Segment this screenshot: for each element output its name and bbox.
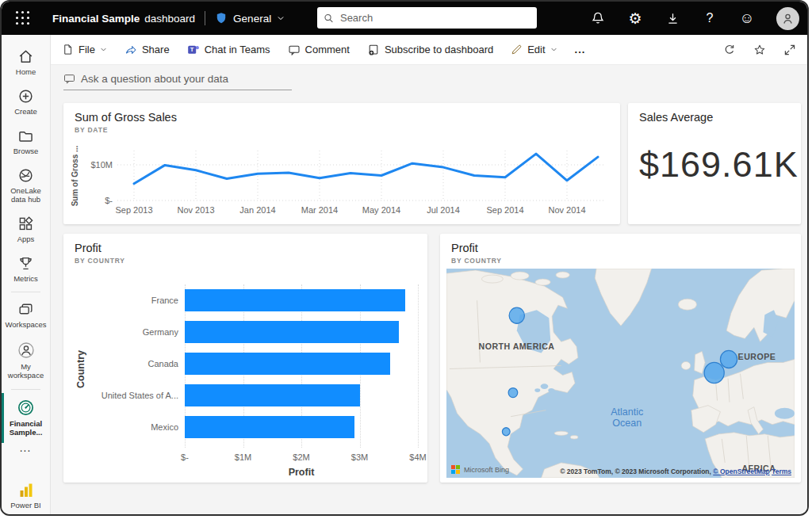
- chevron-down-icon: [277, 14, 285, 22]
- help-icon[interactable]: ?: [702, 10, 718, 26]
- sidebar-item-create[interactable]: Create: [2, 82, 50, 122]
- onelake-icon: [17, 167, 34, 184]
- comment-icon: [288, 44, 301, 56]
- edit-pencil-icon: [511, 44, 523, 55]
- ask-question-input[interactable]: Ask a question about your data: [63, 73, 292, 90]
- chat-in-teams-button[interactable]: T Chat in Teams: [187, 44, 270, 56]
- svg-text:Atlantic: Atlantic: [611, 405, 644, 417]
- file-icon: [62, 44, 74, 55]
- sidebar-item-home[interactable]: Home: [2, 43, 50, 82]
- bar-row: Germany: [63, 321, 427, 343]
- tile-gross-sales-line-chart[interactable]: Sum of Gross Sales BY DATE Sep 2013Nov 2…: [63, 103, 620, 224]
- sensitivity-label-selector[interactable]: General: [215, 11, 285, 25]
- comment-button[interactable]: Comment: [288, 44, 350, 56]
- bar-Germany[interactable]: [185, 321, 399, 343]
- powerbi-logo-icon: [18, 483, 34, 498]
- tile-subtitle: BY DATE: [75, 126, 609, 134]
- edit-button[interactable]: Edit: [511, 44, 557, 55]
- bar-Mexico[interactable]: [185, 416, 354, 438]
- bar-Canada[interactable]: [185, 353, 390, 375]
- bar-xaxis-tick: $3M: [351, 452, 368, 462]
- svg-text:Mar 2014: Mar 2014: [301, 205, 338, 215]
- settings-gear-icon[interactable]: ⚙: [627, 10, 643, 26]
- terms-link[interactable]: Terms: [772, 467, 791, 475]
- svg-text:Jan 2014: Jan 2014: [239, 205, 275, 215]
- notifications-bell-icon[interactable]: [590, 10, 606, 26]
- bar-xaxis-title: Profit: [262, 467, 341, 478]
- feedback-smiley-icon[interactable]: ☺: [739, 10, 755, 26]
- sidebar-item-workspaces[interactable]: Workspaces: [2, 296, 50, 335]
- svg-text:Nov 2013: Nov 2013: [177, 205, 214, 215]
- sidebar-overflow-icon[interactable]: ...: [2, 443, 50, 455]
- map-bubble-Germany[interactable]: Germany: [720, 350, 737, 368]
- teams-icon: T: [187, 44, 200, 56]
- account-avatar[interactable]: [776, 7, 799, 30]
- sidebar-divider: [11, 389, 40, 390]
- share-icon: [124, 44, 137, 56]
- tile-title: Sales Average: [639, 111, 790, 124]
- sidebar-item-onelake-data-hub[interactable]: OneLake data hub: [2, 162, 50, 210]
- sidebar-item-my-workspace[interactable]: My workspace: [2, 335, 50, 386]
- bar-row: Canada: [63, 353, 427, 375]
- refresh-icon[interactable]: [723, 44, 736, 56]
- bar-category-label: France: [63, 296, 178, 305]
- map-bubble-United States[interactable]: United States: [508, 388, 518, 398]
- bar-xaxis-tick: $2M: [293, 452, 309, 462]
- search-input[interactable]: [339, 11, 530, 25]
- search-icon: [324, 13, 334, 24]
- bar-United States of A...[interactable]: [185, 384, 360, 406]
- map-canvas: NORTH AMERICAEUROPEAFRICAAtlanticOceanCa…: [446, 269, 795, 478]
- sidebar-divider: [11, 292, 40, 292]
- svg-text:EUROPE: EUROPE: [738, 352, 776, 361]
- subscribe-icon: [367, 44, 380, 56]
- favorite-star-icon[interactable]: [753, 44, 766, 56]
- bar-row: United States of A...: [63, 384, 427, 406]
- chevron-down-icon: [100, 46, 107, 53]
- tile-profit-bar-chart[interactable]: Profit BY COUNTRY Profit Country $-$1M$2…: [63, 234, 427, 483]
- sidebar-item-browse[interactable]: Browse: [2, 122, 50, 162]
- app-launcher-icon[interactable]: [16, 11, 30, 25]
- global-search[interactable]: [317, 7, 537, 29]
- svg-text:NORTH AMERICA: NORTH AMERICA: [479, 342, 555, 351]
- speech-bubble-icon: [63, 73, 75, 85]
- tile-title: Sum of Gross Sales: [75, 111, 609, 124]
- tile-sales-average-card[interactable]: Sales Average $169.61K: [628, 103, 801, 224]
- fullscreen-expand-icon[interactable]: [783, 44, 796, 56]
- dashboard-title-name: Financial Sample: [52, 13, 140, 25]
- share-button[interactable]: Share: [124, 44, 170, 56]
- bar-row: France: [63, 289, 427, 311]
- sidebar-item-financial-sample[interactable]: Financial Sample...: [2, 393, 50, 443]
- microsoft-logo-icon: [451, 465, 460, 474]
- sensitivity-label-text: General: [233, 13, 271, 25]
- openstreetmap-link[interactable]: © OpenStreetMap: [713, 467, 769, 475]
- svg-text:Sum of Gross ...: Sum of Gross ...: [71, 145, 79, 206]
- my-workspace-icon: [17, 341, 36, 360]
- subscribe-button[interactable]: Subscribe to dashboard: [367, 44, 493, 56]
- bar-xaxis-tick: $-: [181, 452, 189, 462]
- person-icon: [781, 12, 795, 25]
- file-menu-button[interactable]: File: [62, 44, 107, 55]
- sidebar-item-metrics[interactable]: Metrics: [2, 250, 50, 289]
- download-icon[interactable]: [665, 10, 680, 26]
- map-bubble-France[interactable]: France: [704, 362, 724, 383]
- map-bubble-Canada[interactable]: Canada: [509, 307, 524, 323]
- tile-title: Profit: [75, 242, 416, 254]
- svg-text:T: T: [190, 46, 193, 53]
- svg-text:$10M: $10M: [90, 160, 113, 170]
- dashboard-gauge-icon: [17, 399, 35, 417]
- chevron-down-icon: [550, 46, 557, 53]
- bar-category-label: Canada: [63, 359, 178, 368]
- toolbar-more-button[interactable]: ...: [575, 44, 586, 55]
- bing-map[interactable]: NORTH AMERICAEUROPEAFRICAAtlanticOceanCa…: [446, 269, 795, 478]
- sidebar-item-apps[interactable]: Apps: [2, 210, 50, 250]
- bar-row: Mexico: [63, 416, 427, 438]
- svg-text:May 2014: May 2014: [362, 205, 400, 215]
- bar-France[interactable]: [185, 289, 405, 311]
- map-bubble-Mexico[interactable]: Mexico: [502, 428, 510, 436]
- app-window: Financial Sampledashboard General ⚙ ? ☺: [0, 0, 809, 516]
- tile-profit-map[interactable]: Profit BY COUNTRY: [440, 234, 801, 483]
- create-icon: [17, 88, 34, 105]
- tile-subtitle: BY COUNTRY: [451, 257, 790, 265]
- bar-chart: Profit Country $-$1M$2M$3M$4MFranceGerma…: [63, 269, 427, 483]
- svg-text:Sep 2013: Sep 2013: [115, 205, 152, 215]
